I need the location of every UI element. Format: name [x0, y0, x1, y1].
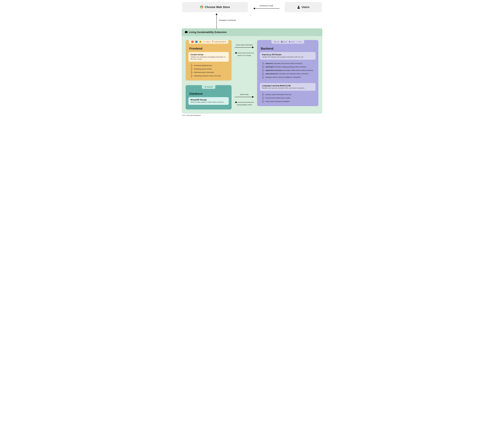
chrome-icon: [200, 6, 203, 9]
backend-tech-chip: ⬢node OpenAI climatiq ✦Fly.io: [271, 40, 304, 44]
user-icon: [297, 6, 300, 9]
list-item: /api/freight Calculates shipping package…: [263, 65, 316, 69]
css-icon: 3: [195, 41, 198, 43]
architecture-diagram: Chrome Web Store Download & Install User…: [182, 2, 322, 116]
mongodb-icon: ❦: [204, 86, 207, 88]
llm-feature-list: Extracts carbon information from text. R…: [263, 93, 316, 104]
llm-title: Language Learning Model (LLM): [262, 85, 313, 87]
users-box: Users: [285, 2, 322, 12]
list-item: Recommends similar phone models.: [263, 96, 316, 100]
list-item: Manages carbon emissions database in Mon…: [263, 75, 316, 79]
puzzle-icon: [185, 31, 187, 33]
frontend-panel: 5 3 JS ♥Chart.js 📍Google Maps Platform F…: [186, 40, 232, 80]
arrowhead-right-icon: [252, 46, 254, 48]
openai-icon: [281, 41, 282, 43]
arrowhead-left-icon: [253, 7, 255, 9]
node-icon: ⬢: [274, 41, 276, 43]
database-backend-arrows: queries data inserts/updates entries: [232, 85, 257, 106]
content-script-title: Content Script: [191, 54, 227, 56]
arrowhead-left-icon: [235, 52, 236, 54]
content-script-card: Content Script Handles user interaction …: [188, 52, 229, 62]
arrowhead-up-icon: [216, 13, 217, 15]
html-icon: 5: [192, 41, 193, 43]
mongodb-storage-title: MongoDB Storage: [191, 99, 227, 101]
llm-card: Language Learning Model (LLM) Receives u…: [260, 83, 316, 91]
frontend-title: Frontend: [189, 47, 229, 50]
chrome-web-store-label: Chrome Web Store: [205, 6, 230, 9]
download-install-arrow: Download & Install: [251, 2, 282, 12]
flyio-icon: ✦: [296, 41, 298, 43]
packaged-distributed-arrow: Packaged & Distributed: [182, 13, 322, 28]
express-routes-desc: Handles API requests and manages interac…: [262, 56, 313, 58]
database-tech-chip: ❦MongoDB.: [202, 85, 215, 89]
arrowhead-right-icon: [252, 96, 254, 98]
frontend-tech-chip: 5 3 JS ♥Chart.js 📍Google Maps Platform: [189, 40, 228, 44]
mongodb-storage-card: MongoDB Storage Stores all data related …: [188, 97, 229, 105]
queries-data-label: queries data: [240, 93, 248, 95]
extension-header: Living Sustainability Extension: [182, 28, 322, 36]
list-item: /api/product-emissions Calculates mobile…: [263, 69, 316, 72]
frontend-backend-arrows: sends carbon information returns LCA* re…: [232, 40, 257, 56]
download-install-label: Download & Install: [259, 5, 273, 7]
content-script-desc: Handles user interaction and displays in…: [191, 56, 227, 60]
arrowhead-left-icon: [235, 101, 236, 103]
packaged-distributed-label: Packaged & Distributed: [219, 19, 236, 21]
mongodb-storage-desc: Stores all data related to mobile device…: [191, 101, 227, 103]
chartjs-icon: ♥: [203, 41, 205, 43]
footnote-lca: *LCA = Life Cycle Assessment: [182, 115, 322, 116]
backend-title: Backend: [261, 47, 316, 50]
database-panel: ❦MongoDB. Database MongoDB Storage Store…: [186, 85, 232, 110]
llm-desc: Receives user queries, processes them, a…: [262, 87, 313, 89]
list-item: Gives carbon emissions estimation.: [263, 100, 316, 103]
list-item: Analyzing highlighted text.: [192, 64, 229, 67]
list-item: /api/cloud Calculates cloud server carbo…: [263, 62, 316, 65]
api-routes-list: /api/cloud Calculates cloud server carbo…: [263, 61, 316, 79]
list-item: Detecting carbon information.: [192, 71, 229, 74]
chrome-web-store-box: Chrome Web Store: [182, 2, 248, 12]
list-item: Displaying popup window.: [192, 67, 229, 71]
express-routes-title: Express.js API Routes: [262, 54, 313, 56]
extension-container: Living Sustainability Extension 5 3 JS ♥…: [182, 28, 322, 114]
js-icon: JS: [199, 41, 201, 43]
sends-carbon-label: sends carbon information: [236, 44, 253, 46]
backend-panel: ⬢node OpenAI climatiq ✦Fly.io Backend Ex…: [257, 40, 318, 106]
express-routes-card: Express.js API Routes Handles API reques…: [260, 52, 316, 60]
list-item: /api/evaluate-text Calculates raw materi…: [263, 72, 316, 75]
frontend-feature-list: Analyzing highlighted text. Displaying p…: [191, 63, 229, 78]
users-label: Users: [302, 6, 310, 9]
inserts-updates-label: inserts/updates entries: [237, 104, 252, 106]
google-maps-icon: 📍: [212, 41, 214, 43]
list-item: Extracts carbon information from text.: [263, 93, 316, 96]
returns-lca-label: returns LCA* results: [238, 55, 251, 56]
list-item: Displaying interactive charts and maps.: [192, 74, 229, 78]
top-row: Chrome Web Store Download & Install User…: [182, 2, 322, 12]
database-title: Database: [189, 92, 229, 96]
extension-title: Living Sustainability Extension: [189, 31, 227, 34]
climatiq-icon: [289, 41, 290, 42]
